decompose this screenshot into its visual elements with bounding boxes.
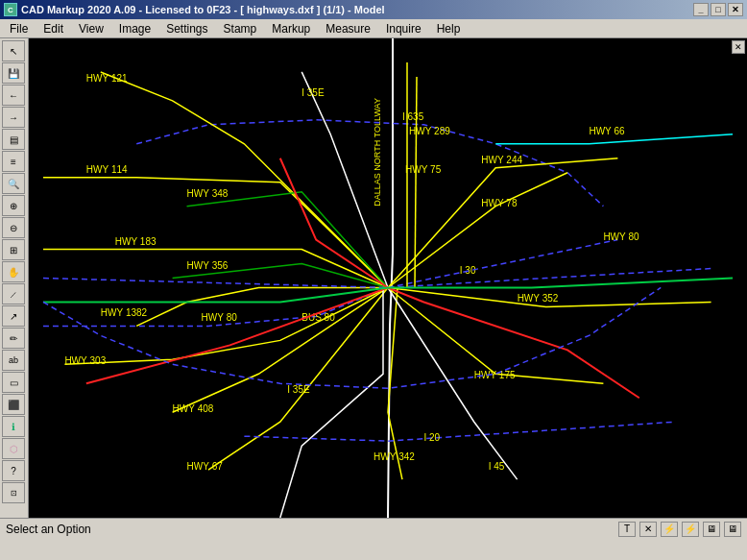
cad-canvas: [29, 38, 747, 518]
tool-zoom-in[interactable]: ⊕: [2, 195, 25, 216]
status-text: Select an Option: [6, 523, 91, 536]
tool-pencil[interactable]: ✏: [2, 328, 25, 349]
cad-viewport[interactable]: ✕: [29, 38, 747, 518]
status-lightning2-icon[interactable]: ⚡: [682, 522, 699, 537]
tool-zoom-out[interactable]: ⊖: [2, 217, 25, 238]
minimize-button[interactable]: _: [693, 3, 709, 16]
tool-forward[interactable]: →: [2, 107, 25, 128]
titlebar-left: C CAD Markup 2020 A.09 - Licensed to 0F2…: [4, 3, 385, 16]
titlebar-title: CAD Markup 2020 A.09 - Licensed to 0F23 …: [21, 4, 385, 15]
status-text-icon[interactable]: T: [618, 522, 636, 537]
tool-print[interactable]: ▤: [2, 129, 25, 150]
menubar: File Edit View Image Settings Stamp Mark…: [0, 19, 747, 38]
menu-view[interactable]: View: [71, 20, 111, 37]
tool-text[interactable]: ab: [2, 350, 25, 371]
tool-shape[interactable]: ▭: [2, 372, 25, 393]
status-close-icon[interactable]: ✕: [639, 522, 657, 537]
main-area: ↖ 💾 ← → ▤ ≡ 🔍 ⊕ ⊖ ⊞ ✋ ⟋ ↗ ✏ ab ▭ ⬛ ℹ ⬡ ?…: [0, 38, 747, 518]
maximize-button[interactable]: □: [711, 3, 726, 16]
status-monitor2-icon[interactable]: 🖥: [724, 522, 741, 537]
tool-help[interactable]: ?: [2, 460, 25, 481]
titlebar: C CAD Markup 2020 A.09 - Licensed to 0F2…: [0, 0, 747, 19]
menu-markup[interactable]: Markup: [264, 20, 318, 37]
tool-arrow[interactable]: ↗: [2, 305, 25, 327]
menu-image[interactable]: Image: [111, 20, 158, 37]
menu-inquire[interactable]: Inquire: [378, 20, 429, 37]
menu-stamp[interactable]: Stamp: [216, 20, 265, 37]
menu-settings[interactable]: Settings: [158, 20, 215, 37]
statusbar-right: T ✕ ⚡ ⚡ 🖥 🖥: [618, 522, 741, 537]
titlebar-controls: _ □ ✕: [693, 3, 743, 16]
tool-stamp[interactable]: ⬛: [2, 394, 25, 415]
menu-file[interactable]: File: [2, 20, 36, 37]
menu-help[interactable]: Help: [429, 20, 469, 37]
status-lightning1-icon[interactable]: ⚡: [661, 522, 678, 537]
viewport-close-button[interactable]: ✕: [732, 40, 745, 54]
menu-edit[interactable]: Edit: [36, 20, 71, 37]
tool-zoom-window[interactable]: 🔍: [2, 173, 25, 194]
tool-measure[interactable]: ⟋: [2, 283, 25, 304]
tool-zoom-fit[interactable]: ⊞: [2, 239, 25, 260]
tool-back[interactable]: ←: [2, 85, 25, 106]
status-monitor1-icon[interactable]: 🖥: [703, 522, 720, 537]
app-icon: C: [4, 3, 17, 16]
tool-select[interactable]: ↖: [2, 40, 25, 61]
tool-bookmark[interactable]: ⬡: [2, 438, 25, 459]
tool-info[interactable]: ℹ: [2, 416, 25, 437]
close-button[interactable]: ✕: [728, 3, 743, 16]
tool-save[interactable]: 💾: [2, 62, 25, 84]
tool-layers[interactable]: ≡: [2, 151, 25, 172]
tool-pan[interactable]: ✋: [2, 261, 25, 282]
tool-bottom[interactable]: ⊡: [2, 482, 25, 503]
statusbar: Select an Option T ✕ ⚡ ⚡ 🖥 🖥: [0, 518, 747, 539]
menu-measure[interactable]: Measure: [318, 20, 378, 37]
left-toolbar: ↖ 💾 ← → ▤ ≡ 🔍 ⊕ ⊖ ⊞ ✋ ⟋ ↗ ✏ ab ▭ ⬛ ℹ ⬡ ?…: [0, 38, 29, 518]
